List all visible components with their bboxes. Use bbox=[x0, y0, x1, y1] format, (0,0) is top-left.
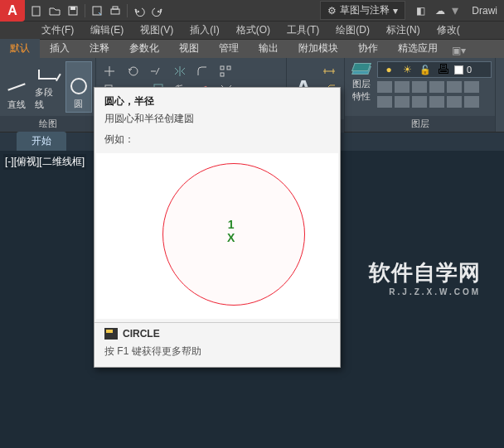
open-icon[interactable] bbox=[46, 2, 63, 19]
circle-icon bbox=[69, 76, 89, 96]
layer-tool-icon[interactable] bbox=[464, 81, 479, 93]
menu-tools[interactable]: 工具(T) bbox=[279, 23, 327, 37]
svg-rect-9 bbox=[220, 73, 224, 76]
tooltip-command: CIRCLE bbox=[94, 323, 340, 344]
rotate-icon[interactable] bbox=[123, 63, 144, 79]
layer-tool-icon[interactable] bbox=[412, 81, 427, 93]
tab-annotate[interactable]: 注释 bbox=[80, 39, 119, 58]
polyline-icon bbox=[37, 65, 57, 84]
gear-icon: ⚙ bbox=[327, 5, 337, 17]
redo-icon[interactable] bbox=[149, 2, 166, 19]
tab-featured[interactable]: 精选应用 bbox=[388, 39, 448, 58]
tab-addins[interactable]: 附加模块 bbox=[288, 39, 348, 58]
save-icon[interactable] bbox=[65, 2, 81, 19]
layer-tool-icon[interactable] bbox=[377, 96, 392, 108]
layer-props-label: 图层 特性 bbox=[352, 78, 371, 103]
move-icon[interactable] bbox=[99, 63, 121, 79]
mirror-icon[interactable] bbox=[169, 63, 191, 79]
tooltip-title: 圆心，半径 bbox=[94, 88, 340, 112]
workspace-label: 草图与注释 bbox=[340, 3, 390, 17]
ribbon-search-icon[interactable]: ▣▾ bbox=[451, 43, 466, 58]
plot-icon[interactable] bbox=[107, 2, 124, 19]
tooltip-example-label: 例如： bbox=[94, 132, 340, 150]
tab-output[interactable]: 输出 bbox=[249, 39, 288, 58]
panel-draw: 直线 多段线 圆 绘图 bbox=[0, 58, 96, 132]
layer-tool-icon[interactable] bbox=[447, 81, 462, 93]
menu-draw[interactable]: 绘图(D) bbox=[327, 23, 378, 37]
panel-title-layers: 图层 bbox=[345, 116, 495, 132]
watermark-sub: R.J.Z.X.W.COM bbox=[369, 287, 481, 296]
menu-modify[interactable]: 修改( bbox=[429, 23, 468, 37]
svg-point-6 bbox=[129, 67, 138, 75]
tab-parametric[interactable]: 参数化 bbox=[119, 39, 169, 58]
svg-rect-0 bbox=[32, 7, 40, 16]
circle-label: 圆 bbox=[74, 98, 83, 110]
layer-tool-icon[interactable] bbox=[429, 81, 444, 93]
title-bar: A ⚙ 草图与注释 ▾ ◧ ☁ ▾ Drawi bbox=[0, 0, 504, 22]
plot-layer-icon: 🖶 bbox=[436, 63, 451, 76]
cloud-icon[interactable]: ☁ bbox=[432, 2, 448, 19]
line-icon bbox=[7, 77, 27, 97]
tooltip-help: 按 F1 键获得更多帮助 bbox=[94, 344, 340, 367]
tab-default[interactable]: 默认 bbox=[0, 39, 40, 58]
bulb-icon: ● bbox=[381, 63, 396, 76]
layer-tool-icon[interactable] bbox=[447, 96, 462, 108]
menu-insert[interactable]: 插入(I) bbox=[182, 23, 227, 37]
svg-rect-2 bbox=[70, 7, 75, 10]
polyline-button[interactable]: 多段线 bbox=[32, 61, 64, 113]
tooltip-center-mark: 1X bbox=[227, 218, 235, 244]
layer-tool-icon[interactable] bbox=[429, 96, 444, 108]
workspace-dropdown[interactable]: ⚙ 草图与注释 ▾ bbox=[320, 1, 405, 20]
layer-tool-icon[interactable] bbox=[377, 81, 392, 93]
line-label: 直线 bbox=[7, 99, 26, 111]
new-icon[interactable] bbox=[28, 2, 45, 19]
layer-tool-icon[interactable] bbox=[412, 96, 427, 108]
menu-view[interactable]: 视图(V) bbox=[132, 23, 182, 37]
tooltip-description: 用圆心和半径创建圆 bbox=[94, 112, 340, 132]
svg-rect-4 bbox=[111, 9, 119, 14]
layer-properties-button[interactable]: 图层 特性 bbox=[348, 61, 375, 108]
ribbon-tabs: 默认 插入 注释 参数化 视图 管理 输出 附加模块 协作 精选应用 ▣▾ bbox=[0, 40, 504, 58]
command-icon bbox=[104, 328, 118, 340]
tab-manage[interactable]: 管理 bbox=[209, 39, 249, 58]
saveas-icon[interactable] bbox=[89, 2, 105, 19]
menu-format[interactable]: 格式(O) bbox=[228, 23, 279, 37]
polyline-label: 多段线 bbox=[35, 86, 61, 111]
color-swatch bbox=[454, 65, 463, 75]
layer-tools-row2 bbox=[377, 96, 492, 108]
trim-icon[interactable] bbox=[146, 63, 167, 79]
sun-icon: ☀ bbox=[400, 63, 414, 76]
share-icon[interactable]: ◧ bbox=[412, 2, 429, 19]
undo-icon[interactable] bbox=[131, 2, 148, 19]
tab-collab[interactable]: 协作 bbox=[348, 39, 388, 58]
chevron-down-icon: ▾ bbox=[393, 5, 398, 17]
menu-edit[interactable]: 编辑(E) bbox=[82, 23, 132, 37]
layer-tool-icon[interactable] bbox=[395, 96, 410, 108]
app-logo[interactable]: A bbox=[0, 0, 25, 22]
array-icon[interactable] bbox=[216, 63, 237, 79]
viewport-label[interactable]: [-][俯视][二维线框] bbox=[3, 154, 86, 170]
panel-title-draw: 绘图 bbox=[0, 116, 95, 132]
layer-name: 0 bbox=[467, 65, 472, 75]
circle-button[interactable]: 圆 bbox=[65, 61, 92, 113]
dim-linear-icon[interactable] bbox=[318, 61, 340, 78]
dropdown-icon[interactable]: ▾ bbox=[452, 2, 458, 18]
menu-file[interactable]: 文件(F) bbox=[33, 23, 82, 37]
layer-tool-icon[interactable] bbox=[395, 81, 410, 93]
doc-tab-start[interactable]: 开始 bbox=[17, 132, 66, 151]
tab-insert[interactable]: 插入 bbox=[40, 39, 80, 58]
layer-dropdown[interactable]: ● ☀ 🔓 🖶 0 bbox=[377, 61, 492, 78]
menu-dimension[interactable]: 标注(N) bbox=[378, 23, 429, 37]
tooltip: 圆心，半径 用圆心和半径创建圆 例如： 1X CIRCLE 按 F1 键获得更多… bbox=[94, 87, 341, 368]
line-button[interactable]: 直线 bbox=[3, 61, 30, 113]
watermark-main: 软件自学网 bbox=[369, 260, 481, 285]
layer-tool-icon[interactable] bbox=[464, 96, 479, 108]
title-right-tools: ◧ ☁ ▾ bbox=[405, 2, 465, 19]
watermark: 软件自学网 R.J.Z.X.W.COM bbox=[369, 258, 481, 296]
tooltip-command-name: CIRCLE bbox=[123, 328, 160, 340]
svg-rect-7 bbox=[220, 66, 224, 70]
panel-layers: 图层 特性 ● ☀ 🔓 🖶 0 bbox=[345, 58, 496, 132]
tab-view[interactable]: 视图 bbox=[169, 39, 209, 58]
fillet-icon[interactable] bbox=[192, 63, 214, 79]
layer-stack-icon bbox=[351, 63, 371, 78]
